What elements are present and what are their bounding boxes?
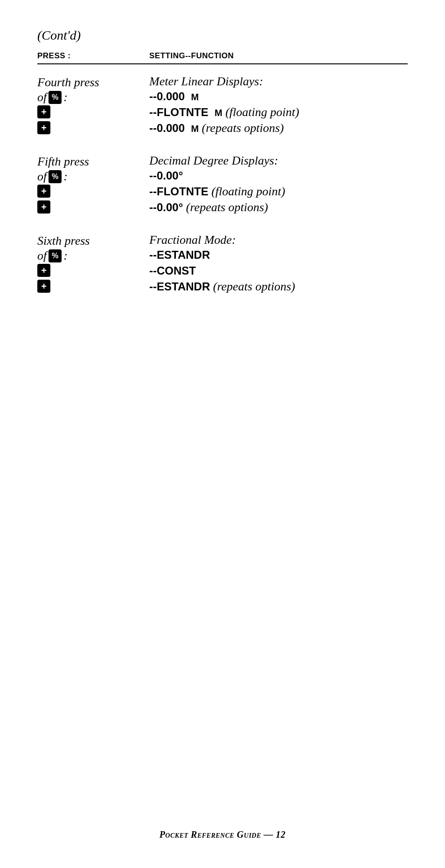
fifth-sub1-bold: --FLOTNTE xyxy=(149,185,209,198)
fifth-sub-row-1: + --FLOTNTE (floating point) xyxy=(37,184,408,199)
fourth-sub1-bold-dash: --FLOTNTE xyxy=(149,106,215,118)
header-setting: SETTING--FUNCTION xyxy=(149,51,234,61)
fourth-sub1-M: M xyxy=(215,108,222,118)
page-footer: Pocket Reference Guide — 12 xyxy=(0,829,445,840)
section-fourth: Fourth press of % : Meter Linear Display… xyxy=(37,73,408,135)
section-sixth: Sixth press of % : Fractional Mode: --ES… xyxy=(37,231,408,294)
sixth-sub1-bold: --CONST xyxy=(149,264,196,277)
plus-icon-fifth-1: + xyxy=(37,185,50,198)
plus-icon-fourth-1: + xyxy=(37,105,50,118)
table-header: PRESS : SETTING--FUNCTION xyxy=(37,51,408,64)
fourth-sub-left-2: + xyxy=(37,120,149,134)
sixth-press-line1: Sixth press xyxy=(37,233,149,249)
fifth-main-label: Decimal Degree Displays: xyxy=(149,154,408,168)
plus-icon-sixth-1: + xyxy=(37,264,50,277)
cont-heading: (Cont'd) xyxy=(37,28,408,43)
fifth-of-text: of xyxy=(37,170,47,184)
sixth-sub-left-2: + xyxy=(37,279,149,293)
fourth-right-col: Meter Linear Displays: --0.000 M xyxy=(149,73,408,104)
fourth-press-left: Fourth press of % : xyxy=(37,73,149,104)
fifth-press-line2: of % : xyxy=(37,170,149,184)
fourth-main-label: Meter Linear Displays: xyxy=(149,75,408,89)
sixth-percent-icon: % xyxy=(49,249,62,262)
sixth-first-setting: --ESTANDR xyxy=(149,248,408,262)
sixth-sub-right-2: --ESTANDR (repeats options) xyxy=(149,279,408,294)
sixth-main-label: Fractional Mode: xyxy=(149,233,408,247)
sixth-press-line2: of % : xyxy=(37,249,149,263)
fifth-sub2-italic: (repeats options) xyxy=(183,200,268,214)
fifth-press-left: Fifth press of % : xyxy=(37,152,149,184)
fourth-first-setting-bold: --0.000 M xyxy=(149,90,199,103)
fifth-colon: : xyxy=(63,170,68,184)
fifth-percent-icon: % xyxy=(49,170,62,183)
sixth-sub-row-1: + --CONST xyxy=(37,263,408,278)
fourth-of-text: of xyxy=(37,90,47,104)
sixth-sub2-italic: (repeats options) xyxy=(210,280,295,293)
fourth-press-line1: Fourth press xyxy=(37,75,149,90)
fourth-percent-icon: % xyxy=(49,91,62,104)
plus-icon-fifth-2: + xyxy=(37,200,50,214)
sixth-sub-left-1: + xyxy=(37,263,149,277)
sixth-first-setting-bold: --ESTANDR xyxy=(149,248,210,261)
fourth-sub-left-1: + xyxy=(37,104,149,118)
fourth-colon: : xyxy=(63,90,68,104)
fourth-sub2-italic: (repeats options) xyxy=(199,121,284,135)
sixth-sub-row-2: + --ESTANDR (repeats options) xyxy=(37,279,408,294)
fourth-top-row: Fourth press of % : Meter Linear Display… xyxy=(37,73,408,104)
fifth-sub-left-1: + xyxy=(37,184,149,198)
fifth-sub-right-1: --FLOTNTE (floating point) xyxy=(149,184,408,199)
fourth-sub-right-1: --FLOTNTE M (floating point) xyxy=(149,104,408,119)
fifth-first-setting: --0.00° xyxy=(149,169,408,183)
sixth-sub2-bold: --ESTANDR xyxy=(149,280,210,293)
fifth-sub2-bold: --0.00° xyxy=(149,201,183,214)
fifth-sub-row-2: + --0.00° (repeats options) xyxy=(37,200,408,214)
header-press: PRESS : xyxy=(37,51,149,61)
fifth-top-row: Fifth press of % : Decimal Degree Displa… xyxy=(37,152,408,184)
fourth-press-line2: of % : xyxy=(37,90,149,104)
plus-icon-fourth-2: + xyxy=(37,121,50,134)
fifth-sub1-italic: (floating point) xyxy=(209,185,285,198)
sixth-press-left: Sixth press of % : xyxy=(37,231,149,263)
section-fifth: Fifth press of % : Decimal Degree Displa… xyxy=(37,152,408,214)
sixth-top-row: Sixth press of % : Fractional Mode: --ES… xyxy=(37,231,408,263)
sixth-right-col: Fractional Mode: --ESTANDR xyxy=(149,231,408,263)
fourth-first-setting: --0.000 M xyxy=(149,90,408,103)
fifth-press-line1: Fifth press xyxy=(37,154,149,170)
fourth-sub1-italic: (floating point) xyxy=(222,105,299,119)
fourth-sub-row-2: + --0.000 M (repeats options) xyxy=(37,120,408,135)
page: (Cont'd) PRESS : SETTING--FUNCTION Fourt… xyxy=(0,0,445,868)
fourth-sub2-M: M xyxy=(191,124,199,134)
fourth-sub2-bold: --0.000 xyxy=(149,122,191,134)
fifth-sub-left-2: + xyxy=(37,200,149,214)
sixth-sub-right-1: --CONST xyxy=(149,263,408,278)
footer-text: Pocket Reference Guide — 12 xyxy=(160,829,286,840)
fourth-sub-right-2: --0.000 M (repeats options) xyxy=(149,120,408,135)
fourth-sub-row-1: + --FLOTNTE M (floating point) xyxy=(37,104,408,119)
fifth-right-col: Decimal Degree Displays: --0.00° xyxy=(149,152,408,184)
sixth-colon: : xyxy=(63,249,68,263)
fifth-first-setting-bold: --0.00° xyxy=(149,169,183,182)
sixth-of-text: of xyxy=(37,249,47,263)
fifth-sub-right-2: --0.00° (repeats options) xyxy=(149,200,408,214)
plus-icon-sixth-2: + xyxy=(37,280,50,293)
